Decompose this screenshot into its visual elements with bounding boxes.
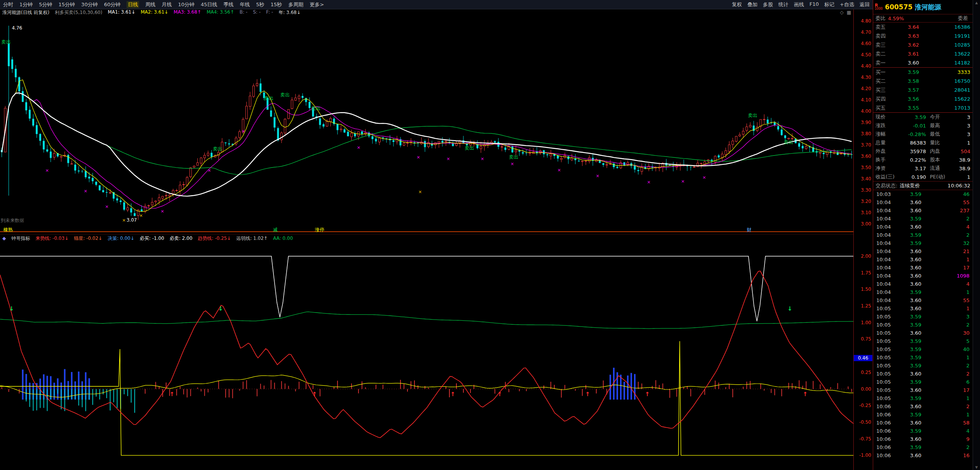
- svg-text:↓: ↓: [787, 305, 792, 312]
- tick-time: 10:06: [876, 444, 896, 450]
- period-tab[interactable]: 月线: [162, 1, 172, 8]
- tick-time: 10:04: [876, 224, 896, 230]
- toolbar-button[interactable]: 画线: [794, 1, 804, 8]
- bid-level[interactable]: 买一3.593333: [873, 68, 973, 77]
- indicator-icon: ◆: [2, 236, 6, 241]
- period-tab[interactable]: 5分钟: [39, 1, 52, 8]
- tick-time: 10:04: [876, 289, 896, 295]
- svg-text:卖出: 卖出: [784, 140, 793, 145]
- period-tab[interactable]: 周线: [145, 1, 155, 8]
- info-label: PE(动): [930, 173, 950, 180]
- tick-time: 10:06: [876, 404, 896, 409]
- info-label: 总量: [876, 139, 901, 146]
- indicator-axis-label: -0.75: [859, 436, 871, 442]
- tick-list[interactable]: 10:033.594610:043.605510:043.6023710:043…: [873, 190, 973, 470]
- tick-time: 10:06: [876, 428, 896, 434]
- svg-text:↑: ↑: [803, 391, 808, 398]
- period-tab[interactable]: 15秒: [271, 1, 282, 8]
- bid-level-volume: 16750: [919, 78, 970, 84]
- corner-icon[interactable]: ▦: [847, 10, 851, 15]
- period-tab[interactable]: 10分钟: [178, 1, 195, 8]
- tick-row: 10:053.6030: [873, 329, 973, 337]
- period-tab[interactable]: 更多>: [310, 1, 324, 8]
- main-axis-label: 3.90: [861, 120, 871, 125]
- main-axis-label: 3.80: [861, 131, 871, 136]
- period-tab[interactable]: 日线: [127, 1, 139, 8]
- indicator-chart[interactable]: ↑↑↑↑↑↑↑↓↓↓: [0, 242, 853, 470]
- tick-row: 10:043.604: [873, 280, 973, 288]
- corner-icon[interactable]: ◇: [840, 10, 843, 15]
- toolbar-button[interactable]: 标记: [824, 1, 834, 8]
- tick-time: 10:04: [876, 216, 896, 222]
- toolbar-button[interactable]: 多股: [763, 1, 773, 8]
- svg-text:卖出: 卖出: [465, 145, 474, 151]
- kline-chart[interactable]: 卖出卖出卖出卖出卖出卖出卖出卖出卖出××××××××××××××××××××4.…: [0, 16, 853, 229]
- status-time: 10:06:32: [948, 183, 970, 189]
- indicator-header-item: 远弱线: 1.02↑: [236, 235, 268, 242]
- period-tab[interactable]: 多周期: [288, 1, 303, 8]
- bid-level[interactable]: 买二3.5816750: [873, 77, 973, 86]
- toolbar-button[interactable]: 叠加: [747, 1, 757, 8]
- tick-time: 10:05: [876, 363, 896, 369]
- ask-level-volume: 14182: [919, 60, 970, 66]
- period-tab[interactable]: 分时: [3, 1, 13, 8]
- toolbar-button[interactable]: 统计: [778, 1, 789, 8]
- ask-level[interactable]: 卖一3.6014182: [873, 58, 973, 67]
- tick-price: 3.59: [896, 322, 921, 328]
- bid-level[interactable]: 买五3.5517013: [873, 103, 973, 112]
- tick-time: 10:05: [876, 395, 896, 401]
- tick-price: 3.59: [896, 232, 921, 238]
- right-scrollbar[interactable]: ▲ ▼: [973, 0, 980, 470]
- tick-row: 10:043.601098: [873, 272, 973, 280]
- tick-volume: 1: [921, 395, 970, 401]
- ask-level[interactable]: 卖四3.6319191: [873, 31, 973, 40]
- tick-row: 10:043.604: [873, 223, 973, 231]
- tick-row: 10:063.602: [873, 402, 973, 411]
- tick-volume: 2: [921, 322, 970, 328]
- bid-level-label: 买三: [876, 87, 893, 94]
- svg-text:×: ×: [557, 168, 561, 173]
- tick-row: 10:043.591: [873, 288, 973, 296]
- kline-header-item: B: -: [240, 9, 247, 16]
- ask-level[interactable]: 卖二3.6113622: [873, 49, 973, 58]
- period-tab[interactable]: 15分钟: [59, 1, 75, 8]
- tick-price: 3.60: [896, 387, 921, 393]
- event-separator-line: [0, 231, 853, 232]
- tick-time: 10:04: [876, 248, 896, 254]
- kline-canvas[interactable]: 卖出卖出卖出卖出卖出卖出卖出卖出卖出××××××××××××××××××××4.…: [0, 16, 853, 229]
- main-axis-label: 3.50: [861, 165, 871, 170]
- indicator-canvas[interactable]: ↑↑↑↑↑↑↑↓↓↓: [0, 242, 853, 470]
- stock-code: 600575: [885, 3, 912, 11]
- toolbar-button[interactable]: F10: [809, 1, 819, 8]
- tick-time: 10:05: [876, 314, 896, 320]
- ask-level[interactable]: 卖五3.6416386: [873, 23, 973, 31]
- ask-level-price: 3.60: [893, 60, 919, 66]
- period-tab[interactable]: 1分钟: [19, 1, 33, 8]
- toolbar-button[interactable]: 返回: [860, 1, 870, 8]
- period-tab[interactable]: 30分钟: [81, 1, 98, 8]
- bid-level[interactable]: 买四3.5615622: [873, 94, 973, 103]
- r-flag: R: [875, 3, 883, 7]
- tick-time: 10:04: [876, 232, 896, 238]
- quote-info-row: 收益(三)0.190PE(动)1: [873, 173, 973, 181]
- toolbar-button[interactable]: 复权: [732, 1, 742, 8]
- period-tab[interactable]: 5秒: [256, 1, 264, 8]
- ask-level-label: 卖五: [876, 24, 893, 31]
- main-axis-label: 4.50: [861, 52, 871, 58]
- bid-level[interactable]: 买三3.5728041: [873, 86, 973, 94]
- toolbar-button[interactable]: +自选: [840, 1, 854, 8]
- ask-level-label: 卖二: [876, 51, 893, 58]
- main-axis-label: 3.60: [861, 154, 871, 159]
- scroll-up-icon[interactable]: ▲: [973, 1, 980, 5]
- plot-stack: 淮河能源(日线 前复权)利多买卖(5,10,30,60)MA1: 3.61↓MA…: [0, 9, 853, 470]
- period-tab[interactable]: 45日线: [201, 1, 218, 8]
- scroll-down-icon[interactable]: ▼: [973, 465, 980, 469]
- period-tab[interactable]: 年线: [240, 1, 250, 8]
- period-tab[interactable]: 60分钟: [104, 1, 121, 8]
- main-axis-label: 3.00: [861, 221, 871, 227]
- tick-row: 10:053.596: [873, 378, 973, 386]
- ask-level[interactable]: 卖三3.6210285: [873, 40, 973, 49]
- svg-text:×: ×: [84, 189, 87, 194]
- kline-corner-icons: ◇▦: [840, 10, 851, 15]
- period-tab[interactable]: 季线: [223, 1, 233, 8]
